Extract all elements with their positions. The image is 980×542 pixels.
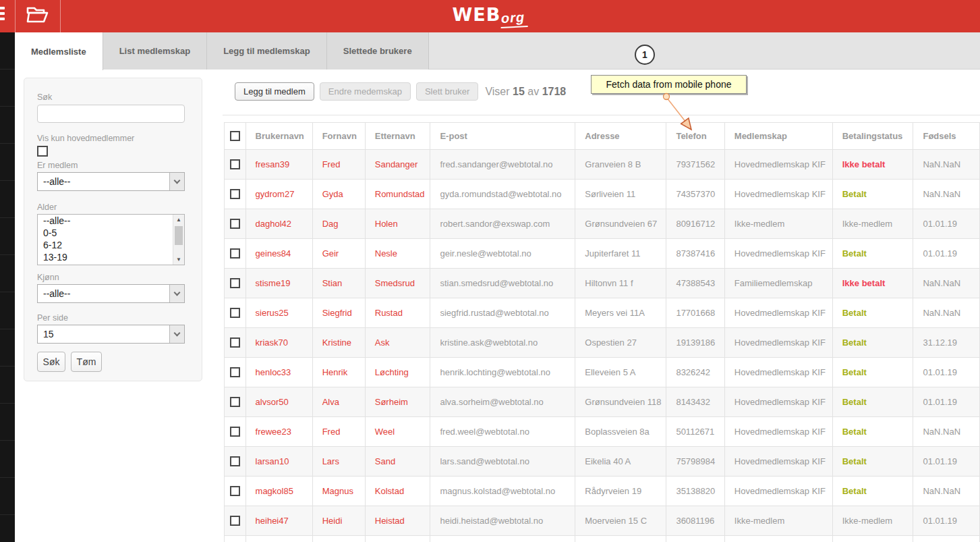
username-link[interactable]: magkol85 — [246, 477, 312, 506]
per-page-select[interactable]: 15 — [37, 325, 185, 344]
delete-user-button[interactable]: Slett bruker — [416, 82, 478, 101]
main-members-checkbox[interactable] — [37, 146, 48, 157]
add-member-button[interactable]: Legg til medlem — [235, 82, 314, 101]
first-name-link[interactable]: Fred — [312, 417, 365, 447]
row-checkbox[interactable] — [230, 278, 240, 288]
scroll-up-icon[interactable]: ▲ — [173, 215, 184, 225]
app-header: WEBorg — [0, 0, 980, 32]
annotation-step-badge: 1 — [635, 45, 655, 65]
last-name-link[interactable]: Romundstad — [365, 180, 430, 209]
first-name-link[interactable]: Siegfrid — [312, 298, 365, 328]
row-checkbox[interactable] — [230, 308, 240, 318]
first-name-link[interactable]: Magnus — [312, 477, 365, 506]
gender-select[interactable]: --alle-- — [37, 284, 185, 303]
age-option[interactable]: 20-26 — [38, 263, 184, 265]
last-name-link[interactable] — [365, 536, 430, 542]
username-link[interactable]: heihei47 — [246, 506, 312, 536]
select-all-checkbox[interactable] — [230, 131, 240, 141]
last-name-link[interactable]: Smedsrud — [365, 269, 430, 298]
column-header-betalingstatus[interactable]: Betalingstatus — [832, 123, 913, 150]
row-checkbox[interactable] — [230, 219, 240, 229]
row-checkbox[interactable] — [230, 516, 240, 526]
age-option[interactable]: 6-12 — [38, 239, 184, 251]
username-link[interactable]: daghol42 — [246, 209, 312, 239]
email-cell: gyda.romundstad@webtotal.no — [430, 180, 575, 209]
last-name-link[interactable]: Rustad — [365, 298, 430, 328]
last-name-link[interactable]: Sand — [365, 447, 430, 477]
first-name-link[interactable]: Henrik — [312, 358, 365, 387]
row-checkbox[interactable] — [230, 337, 240, 348]
row-select-cell — [225, 387, 246, 417]
table-row: larsan10LarsSandlars.sand@webtotal.noEik… — [225, 447, 980, 477]
username-link[interactable]: frewee23 — [246, 417, 312, 447]
age-option[interactable]: --alle-- — [38, 215, 184, 227]
scroll-down-icon[interactable]: ▼ — [173, 254, 184, 265]
first-name-link[interactable] — [312, 536, 365, 542]
is-member-select[interactable]: --alle-- — [37, 172, 185, 191]
tab-slettede-brukere[interactable]: Slettede brukere — [327, 32, 429, 70]
last-name-link[interactable]: Holen — [365, 209, 430, 239]
username-link[interactable]: fresan39 — [246, 150, 312, 180]
tab-medlemsliste[interactable]: Medlemsliste — [15, 32, 103, 70]
first-name-link[interactable]: Heidi — [312, 506, 365, 536]
first-name-link[interactable]: Dag — [312, 209, 365, 239]
edit-membership-button[interactable]: Endre medemskap — [320, 82, 411, 101]
column-header-etternavn[interactable]: Etternavn — [365, 123, 430, 150]
payment-status: Ikke-medlem — [832, 506, 913, 536]
row-checkbox[interactable] — [230, 397, 240, 407]
username-link[interactable]: henloc33 — [246, 358, 312, 387]
username-link[interactable]: larsan10 — [246, 447, 312, 477]
username-link[interactable]: alvsor50 — [246, 387, 312, 417]
row-checkbox[interactable] — [230, 486, 240, 496]
first-name-link[interactable]: Kristine — [312, 328, 365, 358]
username-link[interactable]: geines84 — [246, 239, 312, 269]
column-header-brukernavn[interactable]: Brukernavn — [246, 123, 312, 150]
username-link[interactable]: stisme19 — [246, 269, 312, 298]
last-name-link[interactable]: Nesle — [365, 239, 430, 269]
first-name-link[interactable]: Fred — [312, 150, 365, 180]
first-name-link[interactable]: Geir — [312, 239, 365, 269]
row-checkbox[interactable] — [230, 367, 240, 377]
column-header-e-post[interactable]: E-post — [430, 123, 575, 150]
last-name-link[interactable]: Løchting — [365, 358, 430, 387]
tab-legg-til-medlemskap[interactable]: Legg til medlemskap — [207, 32, 327, 70]
last-name-link[interactable]: Sørheim — [365, 387, 430, 417]
username-link[interactable] — [246, 536, 312, 542]
payment-status: Betalt — [832, 239, 913, 269]
collapsed-side-nav[interactable] — [0, 32, 15, 542]
row-checkbox[interactable] — [230, 427, 240, 437]
clear-button[interactable]: Tøm — [71, 352, 102, 372]
age-option[interactable]: 0-5 — [38, 227, 184, 239]
last-name-link[interactable]: Weel — [365, 417, 430, 447]
column-header-fornavn[interactable]: Fornavn — [312, 123, 365, 150]
last-name-link[interactable]: Kolstad — [365, 477, 430, 506]
filter-panel: Søk Vis kun hovedmedlemmer Er medlem --a… — [24, 78, 202, 381]
is-member-label: Er medlem — [37, 161, 78, 170]
address-cell: Elleveien 5 A — [575, 358, 666, 387]
search-button[interactable]: Søk — [37, 352, 65, 372]
first-name-link[interactable]: Alva — [312, 387, 365, 417]
chevron-down-icon — [169, 325, 184, 343]
age-option[interactable]: 13-19 — [38, 251, 184, 263]
row-checkbox[interactable] — [230, 456, 240, 466]
first-name-link[interactable]: Stian — [312, 269, 365, 298]
last-name-link[interactable]: Ask — [365, 328, 430, 358]
row-checkbox[interactable] — [230, 248, 240, 259]
column-header-medlemskap[interactable]: Medlemskap — [724, 123, 832, 150]
tab-list-medlemskap[interactable]: List medlemskap — [103, 32, 208, 70]
username-link[interactable]: kriask70 — [246, 328, 312, 358]
first-name-link[interactable]: Lars — [312, 447, 365, 477]
row-checkbox[interactable] — [230, 189, 240, 199]
column-header-fødsels[interactable]: Fødsels — [913, 123, 980, 150]
payment-status: Betalt — [832, 180, 913, 209]
first-name-link[interactable]: Gyda — [312, 180, 365, 209]
last-name-link[interactable]: Heistad — [365, 506, 430, 536]
last-name-link[interactable]: Sandanger — [365, 150, 430, 180]
username-link[interactable]: gydrom27 — [246, 180, 312, 209]
age-listbox[interactable]: --alle--0-56-1213-1920-26 ▲ ▼ — [37, 214, 185, 265]
scrollbar-thumb[interactable] — [175, 226, 183, 245]
search-input[interactable] — [37, 105, 185, 123]
username-link[interactable]: sierus25 — [246, 298, 312, 328]
row-checkbox[interactable] — [230, 159, 240, 169]
listbox-scrollbar[interactable]: ▲ ▼ — [173, 215, 184, 265]
